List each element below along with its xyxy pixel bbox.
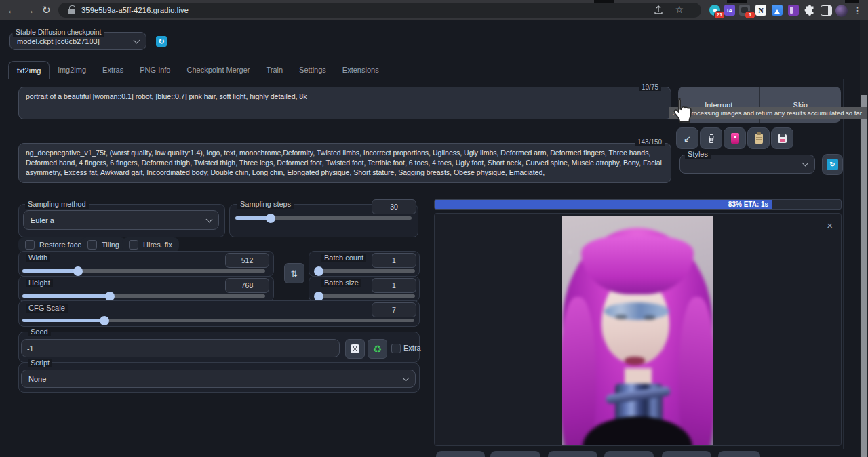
- profile-avatar[interactable]: [835, 5, 848, 17]
- output-gallery: ×: [434, 213, 842, 446]
- page-scrollbar-thumb[interactable]: [861, 95, 867, 457]
- slider-handle[interactable]: [100, 316, 109, 325]
- width-input[interactable]: 512: [225, 253, 269, 268]
- cfg-scale-block: [18, 300, 420, 327]
- gallery-action-button[interactable]: [548, 451, 597, 457]
- back-button[interactable]: ←: [7, 2, 17, 18]
- slider-handle[interactable]: [314, 292, 323, 301]
- url-text: 359e5b9a-a5ff-4216.gradio.live: [81, 3, 189, 18]
- cfg-scale-input[interactable]: 7: [372, 302, 416, 317]
- browser-menu-icon[interactable]: ⋮: [853, 3, 862, 19]
- sampling-method-dropdown[interactable]: Euler a: [23, 210, 219, 230]
- hires-fix-label: Hires. fix: [143, 241, 172, 249]
- tab-strip-fragment: [727, 0, 747, 3]
- seed-input[interactable]: [21, 339, 340, 357]
- forward-button[interactable]: →: [24, 2, 35, 18]
- hires-fix-option[interactable]: Hires. fix: [122, 237, 179, 252]
- tab-checkpoint-merger[interactable]: Checkpoint Merger: [178, 61, 258, 79]
- close-preview-button[interactable]: ×: [827, 220, 833, 231]
- mouse-cursor-hand: [670, 96, 694, 125]
- cfg-scale-slider[interactable]: [22, 319, 414, 322]
- seed-extra-checkbox[interactable]: [391, 344, 401, 353]
- extension-capture-icon[interactable]: 1: [739, 5, 750, 16]
- height-input[interactable]: 768: [225, 278, 269, 293]
- batch-size-slider[interactable]: [316, 294, 415, 298]
- chevron-down-icon: [403, 374, 410, 381]
- width-label: Width: [26, 254, 50, 262]
- seed-label: Seed: [28, 327, 51, 336]
- reuse-parameters-button[interactable]: ↙: [676, 127, 698, 149]
- batch-size-label: Batch size: [321, 279, 361, 287]
- restore-faces-checkbox[interactable]: [25, 240, 35, 250]
- gallery-action-button[interactable]: [604, 451, 654, 457]
- sampling-steps-slider[interactable]: [235, 216, 412, 220]
- screen: ← → ↻ 359e5b9a-a5ff-4216.gradio.live ☆ 2…: [0, 0, 868, 457]
- sampling-steps-input[interactable]: 30: [372, 199, 416, 214]
- extension-notion-icon[interactable]: N: [755, 5, 766, 16]
- tiling-label: Tiling: [102, 241, 119, 249]
- chevron-down-icon: [134, 37, 140, 43]
- batch-count-label: Batch count: [321, 254, 366, 262]
- address-bar[interactable]: 359e5b9a-a5ff-4216.gradio.live ☆: [58, 3, 701, 18]
- save-style-button[interactable]: [771, 127, 793, 149]
- extension-image-icon[interactable]: [772, 5, 783, 16]
- script-value: None: [28, 375, 46, 383]
- extension-onenote-icon[interactable]: [788, 5, 799, 16]
- tab-png-info[interactable]: PNG Info: [132, 61, 178, 79]
- tab-extras[interactable]: Extras: [94, 61, 132, 79]
- negative-prompt-input[interactable]: ng_deepnegative_v1_75t, (worst quality, …: [18, 143, 671, 183]
- script-dropdown[interactable]: None: [21, 370, 416, 388]
- tab-img2img[interactable]: img2img: [50, 61, 94, 79]
- clear-prompt-button[interactable]: [700, 127, 722, 149]
- browser-toolbar: ← → ↻ 359e5b9a-a5ff-4216.gradio.live ☆ 2…: [0, 0, 868, 20]
- swap-dimensions-button[interactable]: ⇅: [284, 263, 304, 283]
- slider-handle[interactable]: [73, 266, 83, 276]
- generated-image-preview: [562, 216, 713, 445]
- tiling-option[interactable]: Tiling: [81, 237, 126, 252]
- width-slider[interactable]: [22, 269, 265, 273]
- reuse-seed-button[interactable]: ♻: [368, 339, 387, 359]
- tab-extensions[interactable]: Extensions: [334, 61, 387, 79]
- trash-icon: [707, 134, 716, 144]
- progress-bar: 83% ETA: 1s: [434, 199, 842, 210]
- gallery-action-button[interactable]: [436, 451, 485, 457]
- negative-prompt-token-counter: 143/150: [635, 138, 665, 146]
- checkpoint-value: model.ckpt [cc6cb27103]: [17, 37, 100, 45]
- tiling-checkbox[interactable]: [87, 240, 97, 250]
- extension-badge: 1: [745, 11, 755, 19]
- slider-handle[interactable]: [105, 292, 115, 301]
- extension-ia-icon[interactable]: IA: [724, 5, 735, 16]
- gallery-action-button[interactable]: [490, 451, 540, 457]
- extensions-puzzle-icon[interactable]: [804, 5, 815, 16]
- batch-count-slider[interactable]: [316, 269, 415, 273]
- chevron-down-icon: [802, 160, 809, 167]
- clipboard-icon: [755, 134, 763, 144]
- slider-handle[interactable]: [314, 266, 323, 276]
- apply-style-button[interactable]: [747, 127, 770, 149]
- sampling-method-value: Euler a: [31, 216, 54, 224]
- checkpoint-refresh-button[interactable]: ↻: [156, 36, 167, 47]
- extra-networks-button[interactable]: [724, 127, 746, 149]
- arrow-down-left-icon: ↙: [684, 134, 691, 144]
- slider-handle[interactable]: [266, 214, 275, 223]
- share-icon[interactable]: [654, 5, 663, 15]
- hires-fix-checkbox[interactable]: [129, 240, 138, 250]
- gallery-action-button[interactable]: [662, 451, 711, 457]
- tab-train[interactable]: Train: [258, 61, 291, 79]
- batch-size-input[interactable]: 1: [372, 278, 416, 293]
- tab-txt2img[interactable]: txt2img: [8, 61, 50, 79]
- random-seed-button[interactable]: [345, 339, 365, 359]
- height-slider[interactable]: [22, 294, 265, 298]
- side-panel-icon[interactable]: [821, 5, 832, 16]
- extension-pin-icon[interactable]: 21: [709, 5, 720, 16]
- recycle-icon: ♻: [373, 343, 382, 355]
- prompt-input[interactable]: portrait of a beautiful [woman::0.1] rob…: [18, 87, 671, 119]
- gallery-action-button[interactable]: [718, 451, 760, 457]
- styles-refresh-button[interactable]: ↻: [822, 154, 843, 175]
- extension-badge: 21: [714, 11, 725, 19]
- bookmark-star-icon[interactable]: ☆: [675, 4, 684, 15]
- content-right-border: [843, 79, 844, 449]
- batch-count-input[interactable]: 1: [372, 253, 416, 268]
- tab-settings[interactable]: Settings: [291, 61, 334, 79]
- reload-button[interactable]: ↻: [42, 2, 51, 18]
